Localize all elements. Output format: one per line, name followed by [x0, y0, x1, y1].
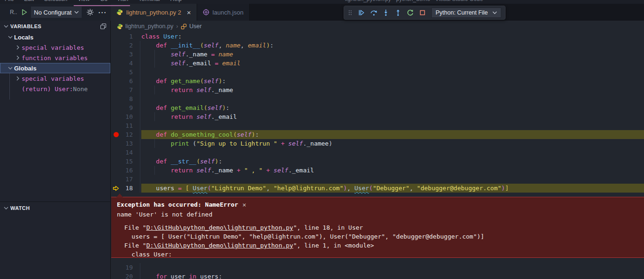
- start-debug-button[interactable]: [21, 8, 28, 16]
- variables-item-return-user[interactable]: (return) User: None: [0, 84, 110, 94]
- debug-settings-button[interactable]: [86, 8, 94, 16]
- line-content[interactable]: class User:: [141, 32, 644, 41]
- debug-configuration-picker[interactable]: No Configurat: [31, 7, 81, 18]
- line-content[interactable]: return self._name + " , " + self._email: [141, 166, 644, 175]
- menu-item-file[interactable]: File: [5, 0, 14, 2]
- line-content[interactable]: [141, 175, 644, 184]
- step-over-button[interactable]: [368, 7, 380, 19]
- line-content[interactable]: self._name = name: [141, 50, 644, 59]
- menu-item-terminal[interactable]: Terminal: [138, 0, 160, 2]
- variables-panel-header[interactable]: VARIABLES: [0, 21, 110, 32]
- line-content[interactable]: def __str__(self):: [141, 157, 644, 166]
- watch-panel-header[interactable]: WATCH: [0, 202, 110, 214]
- code-line[interactable]: 17: [111, 175, 644, 184]
- code-line[interactable]: 11: [111, 121, 644, 130]
- breakpoint-gutter[interactable]: [111, 263, 121, 272]
- breakpoint-gutter[interactable]: [111, 68, 121, 77]
- traceback-file-link[interactable]: D:\GitHub\python_demo\lightrun_python.py: [146, 242, 293, 249]
- variables-item-locals[interactable]: Locals: [0, 32, 110, 42]
- copy-value-icon[interactable]: [100, 23, 107, 30]
- breakpoint-gutter[interactable]: [111, 139, 121, 148]
- code-line[interactable]: 8: [111, 94, 644, 103]
- chevron-right-icon[interactable]: [14, 55, 22, 60]
- chevron-right-icon[interactable]: [14, 76, 22, 81]
- code-line[interactable]: 5: [111, 68, 644, 77]
- breakpoint-gutter[interactable]: [111, 85, 121, 94]
- variables-item-special-variables[interactable]: special variables: [0, 73, 110, 84]
- breakpoint-gutter[interactable]: [111, 130, 121, 139]
- variables-item-special-variables[interactable]: special variables: [0, 42, 110, 53]
- chevron-down-icon[interactable]: [7, 66, 14, 70]
- line-content[interactable]: [141, 263, 644, 272]
- tab-launch-json[interactable]: launch.json: [197, 4, 250, 21]
- menu-item-view[interactable]: View: [77, 0, 90, 2]
- breadcrumb-file[interactable]: lightrun_python.py: [117, 23, 173, 30]
- code-line[interactable]: 16 return self._name + " , " + self._ema…: [111, 166, 644, 175]
- variables-item-function-variables[interactable]: function variables: [0, 53, 110, 63]
- breakpoint-gutter[interactable]: [111, 41, 121, 50]
- code-line[interactable]: 10 return self._email: [111, 112, 644, 121]
- line-content[interactable]: [141, 121, 644, 130]
- chevron-right-icon[interactable]: [14, 45, 22, 50]
- line-content[interactable]: for user in users:: [141, 272, 644, 279]
- code-line[interactable]: 15 def __str__(self):: [111, 157, 644, 166]
- toolbar-drag-handle[interactable]: [348, 9, 353, 16]
- line-content[interactable]: users = [ User("Lightrun Demo", "help@li…: [141, 184, 644, 193]
- line-content[interactable]: [141, 94, 644, 103]
- debug-session-picker[interactable]: Python: Current File: [431, 8, 501, 18]
- breakpoint-gutter[interactable]: [111, 272, 121, 279]
- code-line[interactable]: 6 def get_name(self):: [111, 77, 644, 85]
- code-line[interactable]: 2 def __init__(self, name, email):: [111, 41, 644, 50]
- chevron-down-icon[interactable]: [7, 35, 14, 39]
- more-actions-button[interactable]: ···: [99, 8, 107, 16]
- code-line[interactable]: 7 return self._name: [111, 85, 644, 94]
- code-line[interactable]: 18 users = [ User("Lightrun Demo", "help…: [111, 184, 644, 193]
- line-content[interactable]: [141, 148, 644, 157]
- line-content[interactable]: return self._email: [141, 112, 644, 121]
- breakpoint-gutter[interactable]: [111, 103, 121, 112]
- menu-item-go[interactable]: Go: [100, 0, 107, 2]
- breakpoint-gutter[interactable]: [111, 50, 121, 59]
- stop-button[interactable]: [416, 7, 429, 19]
- menu-item-run[interactable]: Run: [118, 0, 128, 2]
- breakpoint-gutter[interactable]: [111, 148, 121, 157]
- line-content[interactable]: print ("Sign up to Lightrun " + self._na…: [141, 139, 644, 148]
- line-content[interactable]: def get_email(self):: [141, 103, 644, 112]
- step-into-button[interactable]: [380, 7, 392, 19]
- breakpoint-gutter[interactable]: [111, 184, 121, 193]
- restart-button[interactable]: [404, 7, 416, 19]
- line-content[interactable]: def do_something_cool(self):: [141, 130, 644, 139]
- breakpoint-gutter[interactable]: [111, 59, 121, 68]
- breakpoint-gutter[interactable]: [111, 112, 121, 121]
- code-line[interactable]: 14: [111, 148, 644, 157]
- code-line[interactable]: 19: [111, 263, 644, 272]
- close-icon[interactable]: ×: [242, 202, 246, 208]
- menu-item-selection[interactable]: Selection: [44, 0, 67, 2]
- traceback-file-link[interactable]: D:\GitHub\python_demo\lightrun_python.py: [146, 224, 293, 231]
- code-line[interactable]: 20 for user in users:: [111, 272, 644, 279]
- tab-lightrun-python[interactable]: lightrun_python.py 2 ×: [111, 4, 197, 21]
- code-line[interactable]: 1class User:: [111, 32, 644, 41]
- code-line[interactable]: 13 print ("Sign up to Lightrun " + self.…: [111, 139, 644, 148]
- breakpoint-gutter[interactable]: [111, 77, 121, 85]
- breakpoint-gutter[interactable]: [111, 157, 121, 166]
- panel-divider[interactable]: [0, 202, 110, 202]
- breakpoint-gutter[interactable]: [111, 32, 121, 41]
- code-line[interactable]: 12 def do_something_cool(self):: [111, 130, 644, 139]
- line-content[interactable]: def get_name(self):: [141, 77, 644, 85]
- breakpoint-icon[interactable]: [114, 132, 119, 137]
- breakpoint-gutter[interactable]: [111, 94, 121, 103]
- breadcrumb-symbol[interactable]: User: [181, 23, 201, 30]
- breakpoint-gutter[interactable]: [111, 166, 121, 175]
- continue-button[interactable]: [355, 7, 368, 19]
- step-out-button[interactable]: [392, 7, 404, 19]
- breakpoint-gutter[interactable]: [111, 121, 121, 130]
- line-content[interactable]: [141, 68, 644, 77]
- line-content[interactable]: def __init__(self, name, email):: [141, 41, 644, 50]
- line-content[interactable]: return self._name: [141, 85, 644, 94]
- close-icon[interactable]: ×: [187, 9, 191, 16]
- breakpoint-gutter[interactable]: [111, 175, 121, 184]
- code-line[interactable]: 9 def get_email(self):: [111, 103, 644, 112]
- line-content[interactable]: self._email = email: [141, 59, 644, 68]
- menu-item-help[interactable]: Help: [170, 0, 182, 2]
